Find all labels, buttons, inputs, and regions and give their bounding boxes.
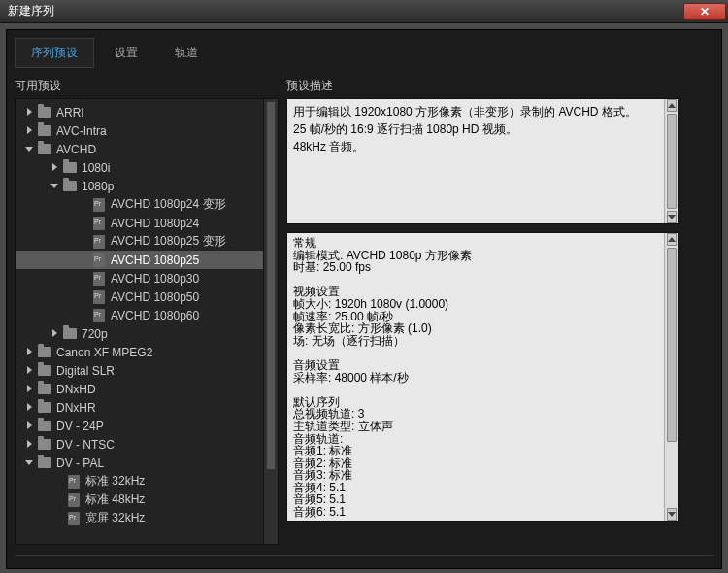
tree-preset[interactable]: 宽屏 32kHz [16,509,278,527]
tree-folder[interactable]: 1080p [16,177,278,195]
description-line: 25 帧/秒的 16:9 逐行扫描 1080p HD 视频。 [293,120,661,138]
tree-item-label: DV - PAL [56,456,104,470]
chevron-right-icon[interactable] [25,421,35,431]
chevron-right-icon[interactable] [25,126,35,136]
details-scrollbar[interactable] [664,233,678,521]
tree-item-label: 1080i [82,161,110,175]
tree-item-label: DV - NTSC [56,438,115,452]
scroll-up-icon[interactable] [667,99,677,112]
folder-icon [38,365,51,376]
description-text: 用于编辑以 1920x1080 方形像素（非变形）录制的 AVCHD 格式。25… [293,103,661,155]
tree-preset[interactable]: AVCHD 1080p50 [16,287,278,306]
description-scroll-thumb[interactable] [667,114,677,209]
folder-icon [63,181,77,191]
preset-icon [93,290,105,304]
description-scrollbar[interactable] [664,99,678,223]
folder-icon [38,384,51,394]
tree-item-label: 标准 48kHz [85,491,145,508]
tree-item-label: AVCHD [56,143,96,156]
tree-folder[interactable]: AVCHD [16,140,278,158]
tree-preset[interactable]: AVCHD 1080p60 [16,306,278,324]
tree-item-label: Canon XF MPEG2 [56,346,152,359]
chevron-right-icon[interactable] [50,329,60,339]
tree-folder[interactable]: DNxHD [16,380,278,398]
tree-item-label: 标准 32kHz [85,473,145,489]
tree-folder[interactable]: 1080i [16,158,278,177]
folder-icon [38,402,51,413]
detail-line: 主轨道类型: 立体声 [293,421,661,433]
content-area: 可用预设 ARRIAVC-IntraAVCHD1080i1080pAVCHD 1… [15,76,713,545]
tree-preset[interactable]: 标准 32kHz [16,472,278,490]
tree-preset[interactable]: 标准 48kHz [16,490,278,509]
tree-preset[interactable]: AVCHD 1080p24 变形 [16,195,278,214]
preset-tree[interactable]: ARRIAVC-IntraAVCHD1080i1080pAVCHD 1080p2… [16,99,278,531]
tree-preset[interactable]: AVCHD 1080p25 [16,251,278,269]
preset-icon [68,475,80,489]
tree-item-label: AVCHD 1080p25 [111,253,199,267]
chevron-right-icon[interactable] [25,385,35,394]
tree-item-label: AVCHD 1080p60 [111,309,199,322]
preset-tree-panel: ARRIAVC-IntraAVCHD1080i1080pAVCHD 1080p2… [15,98,279,545]
details-scroll-thumb[interactable] [667,248,677,442]
tree-item-label: AVCHD 1080p30 [111,272,199,286]
tree-folder[interactable]: Canon XF MPEG2 [16,343,278,361]
folder-icon [63,328,77,339]
tab-tracks[interactable]: 轨道 [158,38,215,68]
chevron-down-icon[interactable] [25,458,35,468]
scroll-down-icon[interactable] [667,211,677,223]
detail-line: 音频1: 标准 [293,445,661,457]
tree-folder[interactable]: DV - PAL [16,454,278,472]
tree-preset[interactable]: AVCHD 1080p30 [16,269,278,287]
tree-folder[interactable]: AVC-Intra [16,121,278,140]
tree-item-label: 宽屏 32kHz [85,510,145,526]
chevron-down-icon[interactable] [25,145,35,154]
tree-item-label: Digital SLR [56,364,115,378]
detail-line: 常规 [293,237,661,250]
details-box: 常规编辑模式: AVCHD 1080p 方形像素时基: 25.00 fps 视频… [286,232,679,522]
folder-icon [38,439,51,450]
chevron-right-icon[interactable] [25,440,35,450]
description-line: 用于编辑以 1920x1080 方形像素（非变形）录制的 AVCHD 格式。 [293,103,661,120]
tree-folder[interactable]: DV - 24P [16,417,278,435]
chevron-right-icon[interactable] [25,108,35,118]
folder-icon [38,457,51,468]
preset-icon [93,272,105,286]
detail-line [293,384,661,396]
tab-settings[interactable]: 设置 [98,38,154,68]
chevron-right-icon[interactable] [50,163,60,173]
detail-line [293,274,661,286]
close-button[interactable]: ✕ [683,3,726,20]
tree-item-label: DV - 24P [56,420,104,433]
tree-preset[interactable]: AVCHD 1080p24 [16,214,278,232]
scroll-up-icon[interactable] [667,233,677,246]
tree-item-label: DNxHR [56,401,96,415]
tree-folder[interactable]: Digital SLR [16,361,278,380]
preset-icon [93,235,105,249]
available-presets-label: 可用预设 [15,78,279,94]
chevron-right-icon[interactable] [25,366,35,376]
tree-folder[interactable]: DNxHR [16,398,278,417]
preset-icon [93,217,105,230]
titlebar: 新建序列 ✕ [0,0,728,23]
preset-icon [68,493,80,507]
detail-line: 场: 无场（逐行扫描） [293,335,661,348]
chevron-right-icon[interactable] [25,348,35,357]
detail-line: 音频6: 5.1 [293,506,661,519]
detail-line: 时基: 25.00 fps [293,261,661,274]
tree-folder[interactable]: 720p [16,324,278,343]
tree-preset[interactable]: AVCHD 1080p25 变形 [16,232,278,251]
tab-sequence-presets[interactable]: 序列预设 [15,38,94,68]
tree-folder[interactable]: DV - NTSC [16,435,278,454]
scroll-down-icon[interactable] [667,508,677,521]
chevron-right-icon[interactable] [25,403,35,413]
tree-folder[interactable]: ARRI [16,103,278,121]
tree-scrollbar[interactable] [263,99,278,544]
chevron-down-icon[interactable] [50,182,60,191]
details-text: 常规编辑模式: AVCHD 1080p 方形像素时基: 25.00 fps 视频… [293,237,661,519]
tree-item-label: 720p [82,327,108,341]
preset-description-label: 预设描述 [286,78,679,94]
detail-line: 音频4: 5.1 [293,482,661,494]
detail-line: 音频3: 标准 [293,469,661,482]
tree-scroll-thumb[interactable] [266,101,276,470]
tree-item-label: AVCHD 1080p24 变形 [111,196,226,213]
